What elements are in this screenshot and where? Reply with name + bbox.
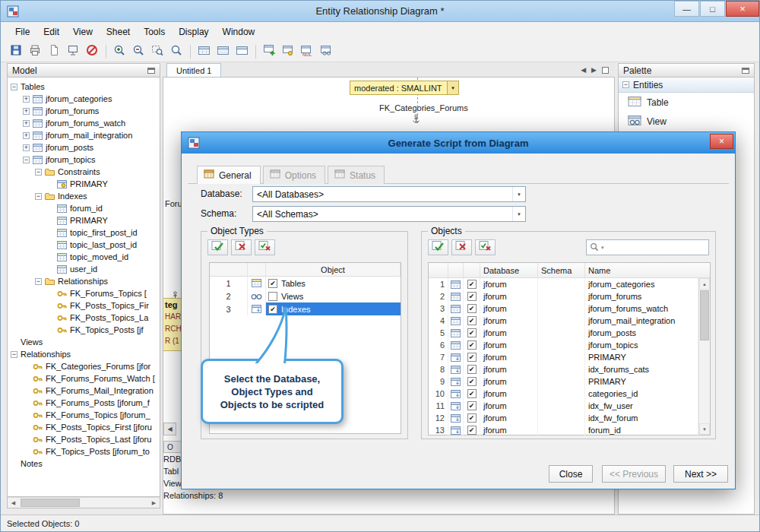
objects-invert-selection-button[interactable] [475, 239, 496, 255]
object-row[interactable]: 10✔jforumcategories_id [429, 388, 698, 400]
tree-item[interactable]: +jforum_posts [8, 141, 160, 154]
checkbox-checked[interactable]: ✔ [467, 389, 477, 398]
tab-scroll-left-icon[interactable]: ◀ [581, 66, 586, 74]
checkbox-cell[interactable]: ✔ [464, 351, 480, 363]
object-row[interactable]: 7✔jforumPRIMARY [429, 351, 698, 363]
tree-item[interactable]: +jforum_mail_integration [8, 129, 160, 141]
object-types-invert-selection-button[interactable] [255, 239, 275, 255]
tree-item[interactable]: −Indexes [8, 190, 160, 202]
model-panel-header[interactable]: Model [7, 63, 160, 78]
tree-item[interactable]: FK_Forums_Topics [ [8, 287, 160, 299]
checkbox-checked[interactable]: ✔ [467, 304, 477, 313]
object-row[interactable]: 9✔jforumPRIMARY [429, 375, 698, 388]
tree-item[interactable]: Notes [8, 458, 160, 470]
object-row[interactable]: 4✔jforumjforum_mail_integration [429, 315, 698, 327]
checkbox-checked[interactable]: ✔ [467, 292, 477, 301]
checkbox-checked[interactable]: ✔ [467, 426, 477, 435]
tree-horizontal-scrollbar[interactable]: ◀ ▶ [7, 497, 160, 508]
tree-item[interactable]: FK_Forums_Topics [jforum_ [8, 409, 160, 421]
scroll-thumb[interactable] [21, 499, 80, 507]
tree-item[interactable]: +jforum_categories [8, 93, 160, 105]
expander-icon[interactable]: + [23, 96, 30, 103]
checkbox-checked[interactable]: ✔ [467, 413, 477, 423]
menu-view[interactable]: View [66, 24, 100, 40]
checkbox-cell[interactable]: ✔ [464, 363, 480, 375]
print-button[interactable] [26, 43, 44, 60]
tree-item[interactable]: −Constraints [8, 166, 160, 178]
object-types-uncheck-all-button[interactable] [231, 239, 252, 255]
menu-edit[interactable]: Edit [36, 24, 66, 40]
objects-vertical-scrollbar[interactable]: ▲ ▼ [698, 278, 710, 435]
menu-display[interactable]: Display [172, 24, 215, 40]
collapse-icon[interactable]: − [622, 81, 629, 88]
search-input[interactable] [606, 243, 708, 252]
scroll-track[interactable] [19, 498, 148, 508]
tree-item[interactable]: FK_Forums_Forums_Watch [ [8, 372, 160, 385]
expander-icon[interactable]: − [11, 84, 17, 90]
new-sheet-button[interactable] [45, 43, 63, 60]
save-button[interactable] [7, 43, 25, 60]
menu-file[interactable]: File [8, 24, 36, 40]
object-row[interactable]: 2✔jforumjforum_forums [429, 290, 698, 302]
zoom-out-button[interactable] [129, 43, 147, 60]
maximize-button[interactable]: □ [700, 1, 725, 17]
palette-section-entities[interactable]: − Entities [619, 78, 754, 93]
checkbox-checked[interactable]: ✔ [268, 279, 277, 288]
table-view-button[interactable] [317, 43, 335, 60]
tree-item[interactable]: −jforum_topics [8, 154, 160, 166]
palette-item-view[interactable]: View [619, 112, 754, 131]
dialog-close-button[interactable]: × [710, 134, 733, 149]
tree-item[interactable]: FK_Posts_Topics_First [jforu [8, 421, 160, 433]
tree-item[interactable]: Views [8, 336, 160, 348]
zoom-button[interactable] [167, 43, 185, 60]
checkbox-cell[interactable]: ✔ [464, 388, 480, 400]
tree-item[interactable]: topic_last_post_id [8, 239, 160, 251]
expander-icon[interactable]: − [35, 278, 42, 285]
checkbox-cell[interactable]: ✔ [464, 424, 480, 436]
object-type-row[interactable]: 2Views [210, 290, 401, 302]
checkbox-cell[interactable]: ✔ [464, 302, 480, 315]
column-dropdown-icon[interactable]: ▼ [447, 81, 458, 94]
scroll-left-icon[interactable]: ◀ [8, 498, 19, 508]
expander-icon[interactable]: − [35, 193, 42, 200]
float-panel-icon[interactable] [147, 68, 155, 74]
object-row[interactable]: 3✔jforumjforum_forums_watch [429, 302, 698, 315]
dialog-titlebar[interactable]: Generate Script from Diagram × [182, 132, 735, 154]
scroll-right-icon[interactable]: ▶ [148, 498, 160, 508]
checkbox-checked[interactable]: ✔ [467, 401, 477, 410]
minimize-button[interactable]: — [674, 1, 699, 17]
checkbox-cell[interactable]: ✔ [464, 327, 480, 339]
checkbox-checked[interactable]: ✔ [467, 280, 477, 289]
zoom-in-button[interactable] [110, 43, 128, 60]
object-type-cell[interactable]: Views [266, 290, 401, 302]
expander-icon[interactable]: + [23, 144, 30, 151]
database-select[interactable]: <All Databases> ▼ [252, 186, 526, 202]
tree-item[interactable]: −Relationships [8, 348, 160, 360]
tree-item[interactable]: −Relationships [8, 275, 160, 287]
tree-item[interactable]: FK_Posts_Topics_Fir [8, 299, 160, 312]
tree-item[interactable]: PRIMARY [8, 178, 160, 190]
window-titlebar[interactable]: Entity Relationship Diagram * — □ × [1, 1, 759, 22]
checkbox-cell[interactable]: ✔ [464, 400, 480, 412]
chevron-down-icon[interactable]: ▼ [512, 207, 525, 221]
tree-item[interactable]: FK_Topics_Posts [jforum_to [8, 445, 160, 458]
checkbox-cell[interactable]: ✔ [464, 290, 480, 302]
tree-item[interactable]: topic_moved_id [8, 251, 160, 263]
tree-item[interactable]: FK_Categories_Forums [jfor [8, 360, 160, 372]
checkbox-checked[interactable]: ✔ [467, 377, 477, 386]
tree-item[interactable]: −Tables [8, 81, 160, 93]
checkbox-checked[interactable]: ✔ [467, 365, 477, 374]
object-type-row[interactable]: 1✔Tables [210, 277, 401, 290]
object-row[interactable]: 5✔jforumjforum_posts [429, 327, 698, 339]
expander-icon[interactable]: + [23, 132, 30, 139]
checkbox-checked[interactable]: ✔ [467, 328, 477, 337]
object-types-check-all-button[interactable] [207, 239, 228, 255]
tree-item[interactable]: topic_first_post_id [8, 226, 160, 239]
checkbox-checked[interactable]: ✔ [467, 353, 477, 362]
float-panel-icon[interactable] [742, 68, 749, 74]
object-row[interactable]: 1✔jforumjforum_categories [429, 278, 698, 290]
palette-item-table[interactable]: Table [619, 93, 754, 112]
expander-icon[interactable]: − [23, 157, 30, 163]
checkbox-cell[interactable]: ✔ [464, 339, 480, 351]
zoom-region-button[interactable] [148, 43, 166, 60]
